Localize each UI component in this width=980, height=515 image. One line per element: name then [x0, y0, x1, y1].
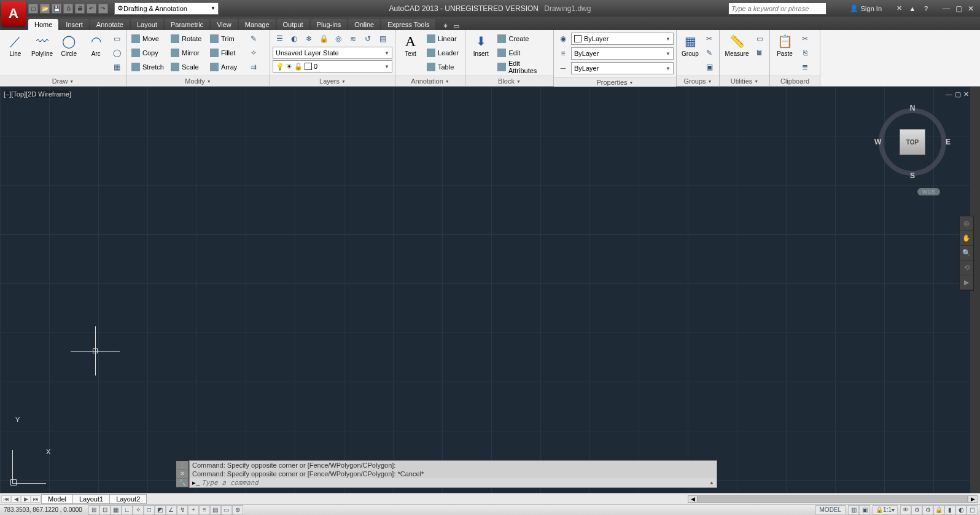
sb-infer-button[interactable]: ⊞ — [88, 505, 99, 515]
circle-button[interactable]: ◯Circle — [56, 32, 82, 58]
tab-panel-cycling-icon[interactable]: ▭ — [453, 22, 459, 30]
match-properties-button[interactable]: ◉ — [556, 32, 570, 45]
sb-osnap-button[interactable]: □ — [144, 505, 155, 515]
edit-attributes-button[interactable]: Edit Attributes — [495, 60, 551, 74]
qat-saveas-icon[interactable]: ⎙ — [63, 4, 73, 14]
tab-manage[interactable]: Manage — [239, 19, 276, 30]
panel-groups-title[interactable]: Groups▼ — [677, 76, 719, 86]
viewport-label[interactable]: [–][Top][2D Wireframe] — [4, 90, 71, 98]
command-input[interactable] — [201, 479, 709, 487]
qat-plot-icon[interactable]: 🖶 — [75, 4, 85, 14]
sb-snap-button[interactable]: ⊡ — [99, 505, 111, 515]
explode-button[interactable]: ✧ — [247, 46, 260, 60]
command-options-icon[interactable]: 🔧 — [176, 479, 189, 487]
arc-button[interactable]: ◠Arc — [83, 32, 109, 58]
create-block-button[interactable]: Create — [495, 32, 551, 45]
panel-properties-title[interactable]: Properties▼ — [554, 77, 676, 87]
tab-output[interactable]: Output — [277, 19, 309, 30]
coordinates-readout[interactable]: 783.3503, 867.1220 , 0.0000 — [0, 506, 86, 513]
infocenter-icon[interactable]: ▲ — [908, 4, 917, 14]
annotation-scale-button[interactable]: 🔒 1:1 ▾ — [873, 505, 898, 515]
nav-showmotion-button[interactable]: ▶ — [960, 275, 973, 290]
tab-featured-icon[interactable]: ✶ — [443, 22, 448, 30]
hatch-button[interactable]: ▦ — [110, 60, 123, 74]
sb-quickview-drawings-button[interactable]: ▣ — [859, 505, 870, 515]
rectangle-button[interactable]: ▭ — [110, 32, 123, 45]
layer-lock-button[interactable]: 🔒 — [317, 32, 330, 45]
layer-match-button[interactable]: ≋ — [346, 32, 360, 45]
sb-quickview-layouts-button[interactable]: ▥ — [848, 505, 859, 515]
sb-qp-button[interactable]: ▭ — [221, 505, 232, 515]
command-close-icon[interactable]: ✕ — [176, 470, 189, 478]
maximize-button[interactable]: ▢ — [953, 4, 964, 13]
horizontal-scrollbar[interactable]: ◀ ▶ — [688, 495, 978, 503]
lineweight-icon-button[interactable]: ≡ — [556, 47, 570, 60]
copy-clip-button[interactable]: ⎘ — [798, 46, 812, 60]
sb-clean-screen-button[interactable]: ▢ — [966, 505, 978, 515]
sb-dyn-button[interactable]: + — [188, 505, 199, 515]
layout-next-button[interactable]: ▶ — [21, 495, 31, 503]
help-icon[interactable]: ? — [921, 4, 931, 14]
sb-tpy-button[interactable]: ▤ — [210, 505, 221, 515]
panel-utilities-title[interactable]: Utilities▼ — [720, 76, 769, 86]
nav-fullnav-button[interactable]: ◎ — [960, 216, 973, 231]
panel-block-title[interactable]: Block▼ — [465, 76, 553, 86]
layer-isolate-button[interactable]: ◎ — [332, 32, 345, 45]
viewcube-north[interactable]: N — [910, 104, 916, 112]
tab-view[interactable]: View — [211, 19, 238, 30]
erase-button[interactable]: ✎ — [247, 32, 260, 45]
panel-annotation-title[interactable]: Annotation▼ — [395, 76, 465, 86]
cut-button[interactable]: ✂ — [798, 32, 812, 45]
sb-ortho-button[interactable]: ∟ — [122, 505, 133, 515]
lineweight-dropdown[interactable]: ByLayer▼ — [571, 47, 674, 60]
qat-redo-icon[interactable]: ↷ — [98, 4, 108, 14]
edit-block-button[interactable]: Edit — [495, 46, 551, 60]
copy-button[interactable]: Copy — [129, 46, 167, 60]
panel-draw-title[interactable]: Draw▼ — [0, 76, 126, 86]
tab-expresstools[interactable]: Express Tools — [381, 19, 435, 30]
stretch-button[interactable]: Stretch — [129, 60, 167, 74]
panel-layers-title[interactable]: Layers▼ — [270, 76, 395, 86]
layer-states-button[interactable]: ▤ — [376, 32, 389, 45]
layer-properties-button[interactable]: ☰ — [273, 32, 286, 45]
tab-parametric[interactable]: Parametric — [165, 19, 209, 30]
viewcube-west[interactable]: W — [874, 138, 881, 146]
exchange-icon[interactable]: ✕ — [894, 4, 904, 14]
layer-current-dropdown[interactable]: 💡 ☀ 🔓 0 ▼ — [273, 60, 392, 73]
polyline-button[interactable]: 〰Polyline — [29, 32, 55, 58]
linear-button[interactable]: Linear — [424, 32, 462, 45]
layer-off-button[interactable]: ◐ — [287, 32, 301, 45]
sign-in-button[interactable]: 👤 Sign In — [850, 4, 882, 12]
viewport-close-button[interactable]: ✕ — [963, 90, 969, 98]
sb-grid-button[interactable]: ▦ — [111, 505, 122, 515]
move-button[interactable]: Move — [129, 32, 167, 45]
quick-calc-button[interactable]: 🖩 — [753, 46, 766, 60]
leader-button[interactable]: Leader — [424, 46, 462, 60]
viewport-minimize-button[interactable]: — — [946, 90, 952, 98]
sb-annotation-visibility-button[interactable]: 👁 — [900, 505, 911, 515]
offset-button[interactable]: ⇉ — [247, 60, 260, 74]
tab-annotate[interactable]: Annotate — [90, 19, 130, 30]
minimize-button[interactable]: — — [941, 4, 952, 13]
object-color-dropdown[interactable]: ByLayer▼ — [571, 33, 674, 45]
app-menu-button[interactable]: A — [1, 1, 26, 26]
view-cube[interactable]: N S E W TOP — [876, 105, 949, 179]
sb-ducs-button[interactable]: ↯ — [177, 505, 188, 515]
sb-toolbar-lock-button[interactable]: 🔒 — [933, 505, 944, 515]
drawing-area[interactable]: [–][Top][2D Wireframe] — ▢ ✕ Y X N S E W… — [0, 87, 980, 493]
fillet-button[interactable]: Fillet — [208, 46, 246, 60]
layout-last-button[interactable]: ⏭ — [31, 495, 41, 503]
tab-online[interactable]: Online — [348, 19, 380, 30]
help-search-input[interactable] — [728, 2, 826, 15]
insert-button[interactable]: ⬇Insert — [468, 32, 494, 58]
hscroll-track[interactable] — [698, 495, 968, 503]
tab-home[interactable]: Home — [28, 19, 58, 30]
layout-tab-model[interactable]: Model — [41, 494, 73, 504]
qat-undo-icon[interactable]: ↶ — [87, 4, 96, 14]
command-window-handle[interactable]: ⋮ ✕ 🔧 — [176, 461, 189, 487]
trim-button[interactable]: Trim — [208, 32, 246, 45]
sb-hardware-accel-button[interactable]: ▮ — [944, 505, 955, 515]
group-edit-button[interactable]: ✎ — [702, 46, 716, 60]
command-window[interactable]: ⋮ ✕ 🔧 Command: Specify opposite corner o… — [189, 460, 717, 488]
select-all-button[interactable]: ▭ — [753, 32, 766, 45]
